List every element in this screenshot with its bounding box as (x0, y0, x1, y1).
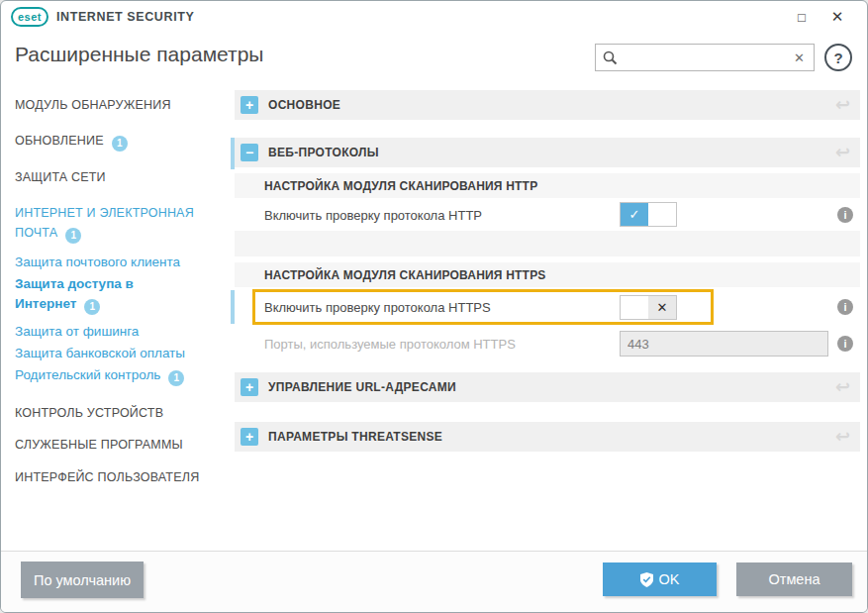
shield-icon (640, 572, 653, 587)
section-title: УПРАВЛЕНИЕ URL-АДРЕСАМИ (268, 380, 456, 394)
sidebar-item-email-client-protection[interactable]: Защита почтового клиента (15, 253, 180, 272)
sidebar-item-user-interface[interactable]: ИНТЕРФЕЙС ПОЛЬЗОВАТЕЛЯ (15, 467, 199, 487)
sidebar-item-antiphishing[interactable]: Защита от фишинга (15, 322, 139, 342)
search-input[interactable] (624, 51, 785, 65)
group-header-https: НАСТРОЙКА МОДУЛЯ СКАНИРОВАНИЯ HTTPS (235, 262, 860, 287)
default-button-label: По умолчанию (34, 572, 131, 588)
collapse-icon[interactable]: − (241, 144, 258, 161)
section-title: ПАРАМЕТРЫ THREATSENSE (268, 430, 442, 444)
sidebar-item-label: Защита банковской оплаты (15, 346, 185, 360)
search-box: ✕ (595, 44, 815, 71)
expand-icon[interactable]: + (241, 96, 258, 114)
ok-button-label: OK (659, 571, 680, 587)
eset-logo-text: eset (18, 11, 42, 23)
sidebar-item-label: ИНТЕРФЕЙС ПОЛЬЗОВАТЕЛЯ (15, 470, 199, 484)
group-header-http: НАСТРОЙКА МОДУЛЯ СКАНИРОВАНИЯ HTTP (235, 173, 860, 198)
sidebar-item-web-access-protection[interactable]: Защита доступа в Интернет1 (15, 274, 183, 315)
maximize-button[interactable]: □ (791, 6, 813, 28)
https-ports-label: Порты, используемые протоколом HTTPS (264, 337, 516, 352)
group-title: НАСТРОЙКА МОДУЛЯ СКАНИРОВАНИЯ HTTPS (264, 268, 546, 282)
https-check-toggle[interactable]: ✕ (620, 295, 677, 320)
sidebar-item-label: ИНТЕРНЕТ И ЭЛЕКТРОННАЯ ПОЧТА (15, 206, 194, 240)
default-button[interactable]: По умолчанию (21, 562, 144, 598)
sidebar-item-label: ЗАЩИТА СЕТИ (15, 170, 106, 184)
info-icon[interactable]: i (837, 299, 853, 315)
undo-icon[interactable]: ↩ (835, 96, 850, 114)
sidebar-item-label: Защита доступа в Интернет (15, 276, 134, 311)
section-header-web-protocols[interactable]: − ВЕБ-ПРОТОКОЛЫ ↩ (235, 138, 860, 167)
search-clear-icon[interactable]: ✕ (794, 51, 805, 65)
footer-bar: По умолчанию OK Отмена (1, 551, 867, 612)
sidebar-item-label: СЛУЖЕБНЫЕ ПРОГРАММЫ (15, 438, 183, 452)
titlebar: eset INTERNET SECURITY □ ✕ (1, 1, 867, 33)
info-glyph: i (843, 301, 846, 313)
section-title: ОСНОВНОЕ (268, 98, 340, 112)
cancel-button-label: Отмена (768, 571, 820, 587)
sidebar-item-tools[interactable]: СЛУЖЕБНЫЕ ПРОГРАММЫ (15, 435, 183, 455)
sidebar-item-parental-control[interactable]: Родительский контроль1 (15, 365, 184, 386)
plus-icon: + (245, 430, 253, 444)
info-glyph: i (843, 209, 846, 221)
search-icon (603, 51, 618, 65)
sidebar-item-label: ОБНОВЛЕНИЕ (15, 134, 104, 148)
separator-band (235, 231, 860, 256)
plus-icon: + (245, 380, 253, 394)
section-header-basic[interactable]: + ОСНОВНОЕ ↩ (235, 90, 860, 120)
undo-icon[interactable]: ↩ (835, 378, 850, 396)
sidebar-item-label: КОНТРОЛЬ УСТРОЙСТВ (15, 406, 163, 420)
sidebar-item-network-protection[interactable]: ЗАЩИТА СЕТИ (15, 167, 106, 187)
help-button[interactable]: ? (824, 44, 852, 71)
sidebar-item-web-and-email[interactable]: ИНТЕРНЕТ И ЭЛЕКТРОННАЯ ПОЧТА1 (15, 203, 213, 244)
page-title: Расширенные параметры (15, 43, 263, 66)
info-icon[interactable]: i (837, 207, 853, 223)
undo-icon[interactable]: ↩ (835, 144, 850, 161)
toggle-knob (621, 296, 648, 319)
section-header-url-management[interactable]: + УПРАВЛЕНИЕ URL-АДРЕСАМИ ↩ (235, 372, 860, 402)
sidebar-item-label: Защита почтового клиента (15, 255, 180, 269)
notification-badge: 1 (65, 228, 81, 244)
section-header-threatsense[interactable]: + ПАРАМЕТРЫ THREATSENSE ↩ (235, 422, 860, 452)
sidebar-item-detection-engine[interactable]: МОДУЛЬ ОБНАРУЖЕНИЯ (15, 95, 171, 115)
sidebar-item-label: МОДУЛЬ ОБНАРУЖЕНИЯ (15, 98, 171, 112)
eset-settings-window: eset INTERNET SECURITY □ ✕ Расширенные п… (0, 0, 868, 613)
highlighted-row-accent-strip (231, 290, 235, 324)
minus-icon: − (245, 146, 253, 159)
notification-badge: 1 (168, 370, 184, 386)
eset-logo: eset (11, 7, 48, 27)
undo-icon[interactable]: ↩ (835, 428, 850, 446)
notification-badge: 1 (84, 299, 100, 315)
expand-icon[interactable]: + (241, 378, 258, 396)
toggle-cross-icon: ✕ (648, 296, 676, 319)
expand-icon[interactable]: + (241, 428, 258, 446)
http-check-label: Включить проверку протокола HTTP (264, 208, 482, 223)
info-icon[interactable]: i (837, 336, 853, 352)
active-section-accent-strip (231, 138, 235, 169)
notification-badge: 1 (112, 136, 128, 152)
info-glyph: i (843, 338, 846, 350)
plus-icon: + (245, 98, 253, 112)
https-check-label: Включить проверку протокола HTTPS (264, 300, 491, 315)
close-button[interactable]: ✕ (826, 6, 848, 28)
toggle-knob (648, 203, 676, 226)
http-check-toggle[interactable]: ✓ (620, 202, 677, 227)
sidebar: МОДУЛЬ ОБНАРУЖЕНИЯ ОБНОВЛЕНИЕ1 ЗАЩИТА СЕ… (1, 88, 235, 551)
cancel-button[interactable]: Отмена (736, 562, 852, 596)
sidebar-item-label: Защита от фишинга (15, 324, 139, 339)
sidebar-item-label: Родительский контроль (15, 367, 160, 382)
group-title: НАСТРОЙКА МОДУЛЯ СКАНИРОВАНИЯ HTTP (264, 179, 537, 193)
section-title: ВЕБ-ПРОТОКОЛЫ (268, 146, 379, 159)
http-check-row: Включить проверку протокола HTTP (235, 199, 860, 231)
sidebar-item-device-control[interactable]: КОНТРОЛЬ УСТРОЙСТВ (15, 403, 163, 423)
maximize-icon: □ (798, 10, 806, 25)
brand-title: INTERNET SECURITY (56, 10, 194, 24)
help-icon: ? (833, 50, 842, 66)
settings-panel: + ОСНОВНОЕ ↩ − ВЕБ-ПРОТОКОЛЫ ↩ НАСТРОЙКА… (235, 88, 860, 551)
close-icon: ✕ (831, 8, 844, 26)
toggle-check-icon: ✓ (621, 203, 648, 226)
https-ports-input[interactable] (620, 331, 828, 357)
sidebar-item-banking-protection[interactable]: Защита банковской оплаты (15, 344, 185, 363)
ok-button[interactable]: OK (603, 562, 717, 596)
sidebar-item-update[interactable]: ОБНОВЛЕНИЕ1 (15, 131, 128, 152)
